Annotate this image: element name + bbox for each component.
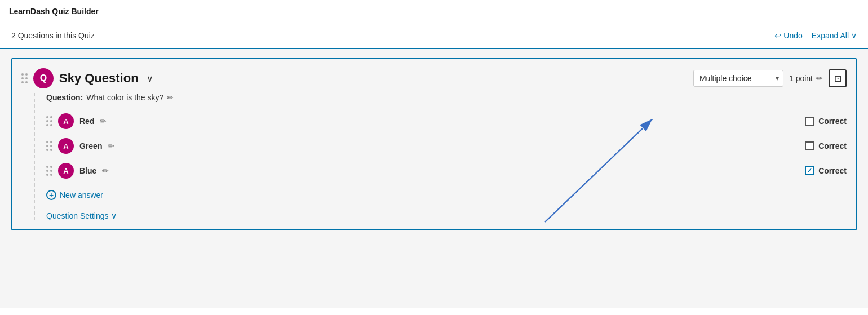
answer-text-2: Green bbox=[79, 141, 102, 150]
edit-answer-1-icon[interactable]: ✏ bbox=[100, 117, 107, 126]
settings-icon: ⊡ bbox=[834, 73, 842, 84]
settings-icon-button[interactable]: ⊡ bbox=[829, 69, 847, 87]
answer-icon-3: A bbox=[58, 163, 74, 179]
chevron-down-icon: ∨ bbox=[851, 31, 857, 40]
edit-points-icon[interactable]: ✏ bbox=[816, 74, 823, 83]
question-icon: Q bbox=[33, 68, 54, 88]
edit-answer-3-icon[interactable]: ✏ bbox=[102, 166, 109, 175]
question-type-select-wrapper: Multiple choice Single choice Free choic… bbox=[693, 70, 783, 87]
expand-all-button[interactable]: Expand All ∨ bbox=[812, 31, 857, 40]
new-answer-button[interactable]: + New answer bbox=[46, 190, 103, 200]
question-settings-label: Question Settings bbox=[46, 211, 109, 220]
question-type-select[interactable]: Multiple choice Single choice Free choic… bbox=[693, 70, 783, 87]
answer-icon-2: A bbox=[58, 138, 74, 154]
undo-label: Undo bbox=[783, 31, 802, 40]
expand-all-label: Expand All bbox=[812, 31, 849, 40]
question-label: Question: bbox=[46, 93, 83, 102]
question-card: Q Sky Question ∨ Multiple choice Single … bbox=[11, 58, 857, 230]
question-text-row: Question: What color is the sky? ✏ bbox=[46, 93, 847, 102]
correct-label-2: Correct bbox=[818, 141, 847, 150]
answer-row: A Blue ✏ Correct bbox=[46, 163, 847, 179]
correct-label-3: Correct bbox=[818, 166, 847, 175]
answers-list: A Red ✏ Correct bbox=[46, 113, 847, 179]
answer-text-1: Red bbox=[79, 117, 94, 126]
undo-button[interactable]: ↩ Undo bbox=[774, 31, 802, 40]
app-title: LearnDash Quiz Builder bbox=[9, 7, 99, 16]
new-answer-label: New answer bbox=[60, 190, 103, 199]
answer-left: A Green ✏ bbox=[46, 138, 114, 154]
question-header-left: Q Sky Question ∨ bbox=[21, 68, 153, 88]
toolbar: 2 Questions in this Quiz ↩ Undo Expand A… bbox=[0, 23, 868, 49]
points-label: 1 point ✏ bbox=[789, 74, 823, 83]
answer-right-1: Correct bbox=[805, 117, 847, 126]
questions-count: 2 Questions in this Quiz bbox=[11, 31, 95, 40]
correct-checkbox-1[interactable] bbox=[805, 117, 814, 126]
question-card-wrapper: Q Sky Question ∨ Multiple choice Single … bbox=[11, 58, 857, 230]
undo-arrow-icon: ↩ bbox=[774, 31, 781, 40]
collapse-chevron[interactable]: ∨ bbox=[147, 73, 153, 84]
answer-text-3: Blue bbox=[79, 166, 96, 175]
question-text: What color is the sky? bbox=[86, 93, 163, 102]
answer-row: A Green ✏ Correct bbox=[46, 138, 847, 154]
question-settings-chevron-icon: ∨ bbox=[111, 211, 117, 220]
correct-checkbox-3[interactable] bbox=[805, 166, 814, 175]
answer-right-3: Correct bbox=[805, 166, 847, 175]
answer-icon-1: A bbox=[58, 113, 74, 129]
points-value: 1 point bbox=[789, 74, 813, 83]
drag-handle-answer-3[interactable] bbox=[46, 166, 52, 176]
answer-row: A Red ✏ Correct bbox=[46, 113, 847, 129]
question-title: Sky Question bbox=[59, 71, 139, 86]
correct-label-1: Correct bbox=[818, 117, 847, 126]
answer-left: A Blue ✏ bbox=[46, 163, 109, 179]
answer-right-2: Correct bbox=[805, 141, 847, 150]
drag-handle-answer-1[interactable] bbox=[46, 116, 52, 126]
question-header: Q Sky Question ∨ Multiple choice Single … bbox=[21, 68, 847, 88]
plus-circle-icon: + bbox=[46, 190, 56, 200]
correct-checkbox-2[interactable] bbox=[805, 141, 814, 150]
question-body: Question: What color is the sky? ✏ bbox=[34, 93, 847, 220]
drag-handle[interactable] bbox=[21, 73, 28, 83]
question-header-right: Multiple choice Single choice Free choic… bbox=[693, 69, 847, 87]
toolbar-right: ↩ Undo Expand All ∨ bbox=[774, 31, 857, 40]
main-content: Q Sky Question ∨ Multiple choice Single … bbox=[0, 49, 868, 308]
edit-question-icon[interactable]: ✏ bbox=[167, 93, 174, 102]
question-settings-button[interactable]: Question Settings ∨ bbox=[46, 211, 117, 220]
edit-answer-2-icon[interactable]: ✏ bbox=[108, 141, 114, 150]
app-header: LearnDash Quiz Builder bbox=[0, 0, 868, 23]
drag-handle-answer-2[interactable] bbox=[46, 141, 52, 151]
answer-left: A Red ✏ bbox=[46, 113, 107, 129]
